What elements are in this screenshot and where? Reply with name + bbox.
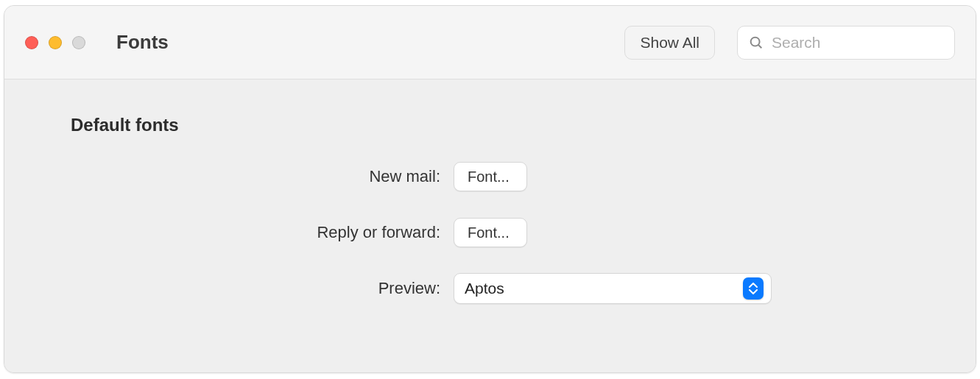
search-input[interactable]: [772, 26, 965, 59]
traffic-lights: [25, 36, 85, 49]
search-icon: [748, 35, 764, 51]
row-reply-forward: Reply or forward: Font...: [71, 216, 909, 249]
svg-point-0: [751, 37, 760, 46]
zoom-button[interactable]: [72, 36, 85, 49]
svg-line-1: [758, 44, 761, 47]
preview-font-value: Aptos: [465, 280, 743, 297]
window-title: Fonts: [116, 31, 169, 54]
close-button[interactable]: [25, 36, 38, 49]
minimize-button[interactable]: [49, 36, 62, 49]
section-title: Default fonts: [71, 115, 909, 135]
preview-font-select[interactable]: Aptos: [454, 273, 772, 304]
new-mail-font-button-label: Font...: [468, 169, 510, 185]
show-all-button[interactable]: Show All: [624, 26, 715, 60]
chevron-up-icon: [749, 283, 758, 288]
label-preview: Preview:: [71, 279, 454, 298]
row-new-mail: New mail: Font...: [71, 160, 909, 193]
row-preview: Preview: Aptos: [71, 272, 909, 305]
chevron-down-icon: [749, 288, 758, 294]
preferences-window: Fonts Show All Default fonts New mail: F…: [4, 5, 976, 373]
new-mail-font-button[interactable]: Font...: [454, 162, 527, 191]
content-area: Default fonts New mail: Font... Reply or…: [4, 79, 976, 372]
reply-forward-font-button-label: Font...: [468, 224, 510, 241]
form-rows: New mail: Font... Reply or forward: Font…: [71, 160, 909, 305]
titlebar: Fonts Show All: [4, 6, 976, 79]
label-new-mail: New mail:: [71, 167, 454, 186]
select-stepper-icon: [743, 277, 764, 300]
label-reply-forward: Reply or forward:: [71, 223, 454, 242]
show-all-label: Show All: [640, 34, 699, 52]
reply-forward-font-button[interactable]: Font...: [454, 218, 527, 247]
search-field-container[interactable]: [737, 26, 955, 60]
